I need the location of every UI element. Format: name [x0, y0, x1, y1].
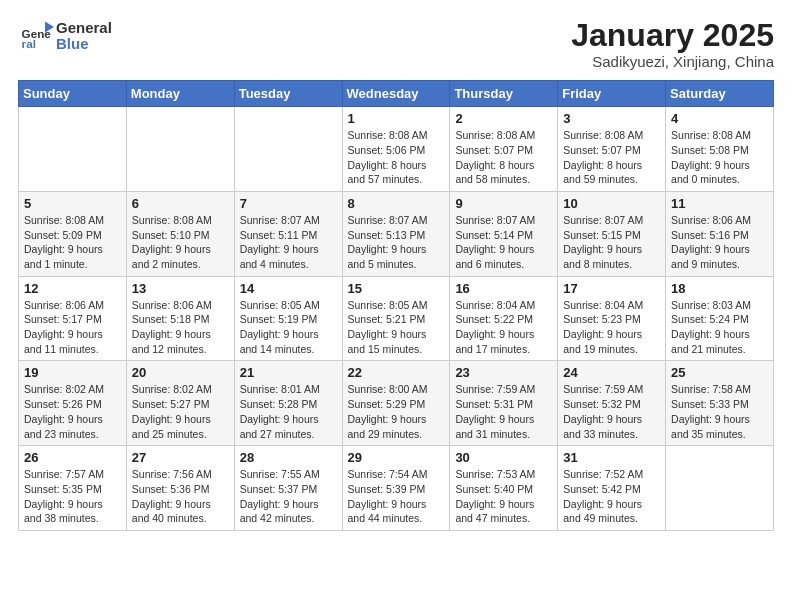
logo-line1: General: [56, 20, 112, 37]
day-number: 31: [563, 450, 660, 465]
day-info: Sunrise: 7:53 AM Sunset: 5:40 PM Dayligh…: [455, 467, 552, 526]
day-info: Sunrise: 8:02 AM Sunset: 5:27 PM Dayligh…: [132, 382, 229, 441]
calendar-cell: 29Sunrise: 7:54 AM Sunset: 5:39 PM Dayli…: [342, 446, 450, 531]
day-number: 29: [348, 450, 445, 465]
week-row-1: 1Sunrise: 8:08 AM Sunset: 5:06 PM Daylig…: [19, 107, 774, 192]
calendar-cell: 30Sunrise: 7:53 AM Sunset: 5:40 PM Dayli…: [450, 446, 558, 531]
calendar-cell: 1Sunrise: 8:08 AM Sunset: 5:06 PM Daylig…: [342, 107, 450, 192]
day-number: 4: [671, 111, 768, 126]
calendar-cell: [666, 446, 774, 531]
day-number: 1: [348, 111, 445, 126]
day-number: 30: [455, 450, 552, 465]
day-number: 15: [348, 281, 445, 296]
day-info: Sunrise: 7:54 AM Sunset: 5:39 PM Dayligh…: [348, 467, 445, 526]
day-number: 24: [563, 365, 660, 380]
weekday-header-wednesday: Wednesday: [342, 81, 450, 107]
weekday-header-tuesday: Tuesday: [234, 81, 342, 107]
day-number: 27: [132, 450, 229, 465]
day-info: Sunrise: 8:08 AM Sunset: 5:06 PM Dayligh…: [348, 128, 445, 187]
calendar-cell: 9Sunrise: 8:07 AM Sunset: 5:14 PM Daylig…: [450, 191, 558, 276]
calendar-cell: 31Sunrise: 7:52 AM Sunset: 5:42 PM Dayli…: [558, 446, 666, 531]
calendar-cell: 15Sunrise: 8:05 AM Sunset: 5:21 PM Dayli…: [342, 276, 450, 361]
day-info: Sunrise: 8:06 AM Sunset: 5:17 PM Dayligh…: [24, 298, 121, 357]
week-row-5: 26Sunrise: 7:57 AM Sunset: 5:35 PM Dayli…: [19, 446, 774, 531]
day-number: 2: [455, 111, 552, 126]
calendar-cell: 2Sunrise: 8:08 AM Sunset: 5:07 PM Daylig…: [450, 107, 558, 192]
calendar-cell: 7Sunrise: 8:07 AM Sunset: 5:11 PM Daylig…: [234, 191, 342, 276]
calendar-cell: 28Sunrise: 7:55 AM Sunset: 5:37 PM Dayli…: [234, 446, 342, 531]
day-number: 6: [132, 196, 229, 211]
weekday-header-thursday: Thursday: [450, 81, 558, 107]
day-number: 22: [348, 365, 445, 380]
calendar-table: SundayMondayTuesdayWednesdayThursdayFrid…: [18, 80, 774, 531]
day-number: 10: [563, 196, 660, 211]
day-number: 7: [240, 196, 337, 211]
day-info: Sunrise: 8:03 AM Sunset: 5:24 PM Dayligh…: [671, 298, 768, 357]
day-info: Sunrise: 8:08 AM Sunset: 5:10 PM Dayligh…: [132, 213, 229, 272]
day-info: Sunrise: 8:07 AM Sunset: 5:14 PM Dayligh…: [455, 213, 552, 272]
weekday-header-saturday: Saturday: [666, 81, 774, 107]
day-number: 16: [455, 281, 552, 296]
day-info: Sunrise: 8:08 AM Sunset: 5:07 PM Dayligh…: [563, 128, 660, 187]
calendar-cell: 12Sunrise: 8:06 AM Sunset: 5:17 PM Dayli…: [19, 276, 127, 361]
week-row-3: 12Sunrise: 8:06 AM Sunset: 5:17 PM Dayli…: [19, 276, 774, 361]
day-number: 14: [240, 281, 337, 296]
day-number: 28: [240, 450, 337, 465]
page: Gene ral General Blue January 2025 Sadik…: [0, 0, 792, 541]
title-block: January 2025 Sadikyuezi, Xinjiang, China: [571, 18, 774, 70]
month-title: January 2025: [571, 18, 774, 53]
day-info: Sunrise: 7:59 AM Sunset: 5:31 PM Dayligh…: [455, 382, 552, 441]
week-row-4: 19Sunrise: 8:02 AM Sunset: 5:26 PM Dayli…: [19, 361, 774, 446]
day-info: Sunrise: 8:07 AM Sunset: 5:15 PM Dayligh…: [563, 213, 660, 272]
weekday-header-row: SundayMondayTuesdayWednesdayThursdayFrid…: [19, 81, 774, 107]
weekday-header-monday: Monday: [126, 81, 234, 107]
day-number: 3: [563, 111, 660, 126]
day-info: Sunrise: 7:55 AM Sunset: 5:37 PM Dayligh…: [240, 467, 337, 526]
day-number: 9: [455, 196, 552, 211]
day-info: Sunrise: 8:05 AM Sunset: 5:21 PM Dayligh…: [348, 298, 445, 357]
calendar-cell: 20Sunrise: 8:02 AM Sunset: 5:27 PM Dayli…: [126, 361, 234, 446]
calendar-cell: 21Sunrise: 8:01 AM Sunset: 5:28 PM Dayli…: [234, 361, 342, 446]
calendar-cell: 19Sunrise: 8:02 AM Sunset: 5:26 PM Dayli…: [19, 361, 127, 446]
day-info: Sunrise: 8:01 AM Sunset: 5:28 PM Dayligh…: [240, 382, 337, 441]
day-number: 21: [240, 365, 337, 380]
calendar-cell: 3Sunrise: 8:08 AM Sunset: 5:07 PM Daylig…: [558, 107, 666, 192]
day-info: Sunrise: 8:06 AM Sunset: 5:16 PM Dayligh…: [671, 213, 768, 272]
day-info: Sunrise: 8:05 AM Sunset: 5:19 PM Dayligh…: [240, 298, 337, 357]
calendar-cell: 27Sunrise: 7:56 AM Sunset: 5:36 PM Dayli…: [126, 446, 234, 531]
day-info: Sunrise: 8:08 AM Sunset: 5:09 PM Dayligh…: [24, 213, 121, 272]
day-number: 5: [24, 196, 121, 211]
day-info: Sunrise: 7:57 AM Sunset: 5:35 PM Dayligh…: [24, 467, 121, 526]
calendar-cell: [126, 107, 234, 192]
logo-line2: Blue: [56, 36, 112, 53]
svg-text:ral: ral: [22, 37, 36, 50]
day-number: 19: [24, 365, 121, 380]
calendar-cell: 8Sunrise: 8:07 AM Sunset: 5:13 PM Daylig…: [342, 191, 450, 276]
day-info: Sunrise: 8:08 AM Sunset: 5:07 PM Dayligh…: [455, 128, 552, 187]
calendar-cell: 23Sunrise: 7:59 AM Sunset: 5:31 PM Dayli…: [450, 361, 558, 446]
day-number: 18: [671, 281, 768, 296]
day-info: Sunrise: 8:07 AM Sunset: 5:13 PM Dayligh…: [348, 213, 445, 272]
day-number: 12: [24, 281, 121, 296]
day-number: 17: [563, 281, 660, 296]
day-number: 8: [348, 196, 445, 211]
day-info: Sunrise: 8:04 AM Sunset: 5:23 PM Dayligh…: [563, 298, 660, 357]
calendar-cell: [19, 107, 127, 192]
day-info: Sunrise: 8:04 AM Sunset: 5:22 PM Dayligh…: [455, 298, 552, 357]
calendar-cell: 4Sunrise: 8:08 AM Sunset: 5:08 PM Daylig…: [666, 107, 774, 192]
calendar-cell: 26Sunrise: 7:57 AM Sunset: 5:35 PM Dayli…: [19, 446, 127, 531]
day-number: 23: [455, 365, 552, 380]
day-info: Sunrise: 7:52 AM Sunset: 5:42 PM Dayligh…: [563, 467, 660, 526]
location: Sadikyuezi, Xinjiang, China: [571, 53, 774, 70]
day-info: Sunrise: 8:02 AM Sunset: 5:26 PM Dayligh…: [24, 382, 121, 441]
day-number: 11: [671, 196, 768, 211]
day-info: Sunrise: 8:00 AM Sunset: 5:29 PM Dayligh…: [348, 382, 445, 441]
calendar-cell: 24Sunrise: 7:59 AM Sunset: 5:32 PM Dayli…: [558, 361, 666, 446]
calendar-cell: 11Sunrise: 8:06 AM Sunset: 5:16 PM Dayli…: [666, 191, 774, 276]
weekday-header-sunday: Sunday: [19, 81, 127, 107]
day-info: Sunrise: 8:06 AM Sunset: 5:18 PM Dayligh…: [132, 298, 229, 357]
logo-text: General Blue: [56, 20, 112, 53]
logo: Gene ral General Blue: [18, 18, 112, 54]
calendar-cell: 13Sunrise: 8:06 AM Sunset: 5:18 PM Dayli…: [126, 276, 234, 361]
day-info: Sunrise: 8:08 AM Sunset: 5:08 PM Dayligh…: [671, 128, 768, 187]
